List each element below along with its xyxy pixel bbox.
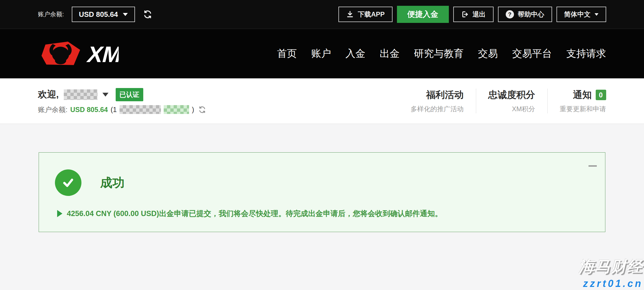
language-label: 简体中文 (564, 10, 591, 19)
download-icon (346, 10, 354, 18)
help-icon: ? (506, 10, 514, 18)
account-balance-value: USD 805.64 (79, 10, 118, 19)
logout-label: 退出 (473, 10, 486, 19)
topbar-actions: 下载APP 便捷入金 退出 ? 帮助中心 (338, 6, 606, 23)
quick-link-notifications[interactable]: 通知 0 重要更新和申请 (547, 89, 606, 113)
nav-item-withdrawal[interactable]: 出金 (380, 47, 400, 60)
check-icon (60, 175, 76, 190)
welcome-bar: 欢迎, 已认证 账户余额: USD 805.64 (1 ) (0, 78, 644, 124)
chevron-down-icon (123, 13, 128, 16)
refresh-account-icon[interactable] (198, 106, 206, 113)
loyalty-title: 忠诚度积分 (488, 89, 535, 101)
logout-icon (461, 10, 469, 18)
download-app-label: 下载APP (358, 10, 385, 19)
chevron-down-icon[interactable] (102, 93, 108, 97)
nav-item-support[interactable]: 支持请求 (566, 47, 606, 60)
quick-link-loyalty[interactable]: 忠诚度积分 XM积分 (476, 89, 547, 113)
notification-count-badge: 0 (596, 90, 606, 100)
blurred-username (64, 89, 97, 100)
balance-label: 账户余额: (38, 105, 68, 114)
welcome-left: 欢迎, 已认证 账户余额: USD 805.64 (1 ) (38, 88, 206, 114)
account-paren-close: ) (192, 106, 194, 114)
chevron-down-icon (595, 13, 598, 16)
logo-text: XM (85, 42, 119, 67)
nav-item-trading[interactable]: 交易 (478, 47, 498, 60)
promotions-title: 福利活动 (426, 89, 464, 101)
nav-item-research-education[interactable]: 研究与教育 (414, 47, 464, 60)
balance-value: USD 805.64 (70, 106, 108, 114)
notifications-subtitle: 重要更新和申请 (560, 105, 606, 113)
main-navbar: XM 首页 账户 入金 出金 研究与教育 交易 交易平台 支持请求 (0, 29, 644, 78)
quick-deposit-button[interactable]: 便捷入金 (397, 6, 449, 23)
success-title: 成功 (100, 175, 124, 191)
quick-deposit-label: 便捷入金 (407, 9, 438, 20)
nav-item-account[interactable]: 账户 (311, 47, 331, 60)
triangle-bullet-icon (57, 210, 62, 217)
blurred-account-number (120, 105, 161, 114)
xm-logo[interactable]: XM (38, 40, 119, 68)
welcome-quick-links: 福利活动 多样化的推广活动 忠诚度积分 XM积分 通知 0 重要更新和申请 (399, 89, 606, 113)
success-alert: 成功 4256.04 CNY (600.00 USD)出金申请已提交，我们将会尽… (39, 152, 605, 232)
nav-item-deposit[interactable]: 入金 (346, 47, 365, 60)
quick-link-promotions[interactable]: 福利活动 多样化的推广活动 (399, 89, 476, 113)
success-check-circle (55, 169, 81, 196)
top-utility-bar: 账户余额: USD 805.64 (0, 0, 644, 29)
help-center-label: 帮助中心 (518, 10, 544, 19)
refresh-balance-icon[interactable] (143, 10, 152, 19)
nav-item-home[interactable]: 首页 (277, 47, 297, 60)
loyalty-subtitle: XM积分 (488, 105, 535, 113)
account-paren-open: (1 (111, 106, 117, 114)
notifications-title: 通知 (573, 89, 592, 101)
language-dropdown[interactable]: 简体中文 (556, 7, 606, 22)
account-balance-dropdown[interactable]: USD 805.64 (72, 7, 135, 22)
welcome-greeting: 欢迎, (38, 88, 59, 101)
logout-button[interactable]: 退出 (453, 7, 494, 22)
content-area: 成功 4256.04 CNY (600.00 USD)出金申请已提交，我们将会尽… (0, 152, 644, 290)
verified-badge: 已认证 (116, 88, 143, 101)
download-app-button[interactable]: 下载APP (338, 7, 392, 22)
main-nav: 首页 账户 入金 出金 研究与教育 交易 交易平台 支持请求 (277, 47, 606, 60)
xm-member-page: 账户余额: USD 805.64 (0, 0, 644, 290)
account-balance-label: 账户余额: (38, 10, 64, 18)
help-center-button[interactable]: ? 帮助中心 (498, 7, 552, 22)
minimize-icon[interactable] (589, 165, 597, 167)
topbar-balance-group: 账户余额: USD 805.64 (38, 7, 152, 22)
promotions-subtitle: 多样化的推广活动 (411, 105, 464, 113)
success-message: 4256.04 CNY (600.00 USD)出金申请已提交，我们将会尽快处理… (67, 209, 442, 219)
blurred-account-type (164, 105, 189, 114)
nav-item-platforms[interactable]: 交易平台 (512, 47, 552, 60)
